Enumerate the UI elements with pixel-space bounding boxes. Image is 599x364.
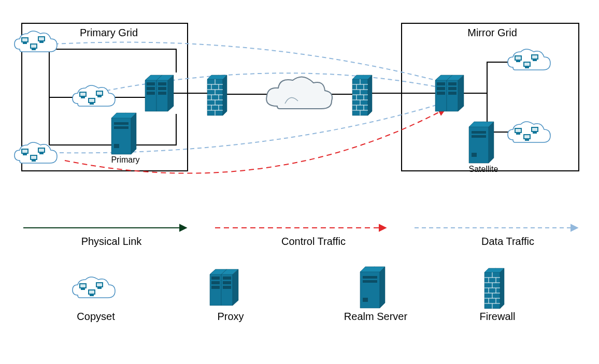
mirror-grid-title: Mirror Grid (451, 27, 534, 39)
legend-copyset-icon (73, 277, 115, 298)
realm-server-icon (111, 113, 136, 154)
satellite-server-label: Satellite (463, 165, 504, 174)
legend-data-traffic-label: Data Traffic (456, 236, 560, 247)
copyset-icon (508, 49, 550, 70)
realm-server-icon (469, 122, 494, 163)
copyset-icon (73, 85, 115, 106)
copyset-icon (508, 122, 550, 142)
legend-copyset-label: Copyset (65, 311, 127, 323)
proxy-icon (145, 75, 174, 111)
legend-proxy-icon (210, 269, 238, 305)
primary-server-label: Primary (105, 155, 146, 165)
network-diagram: Primary Grid Mirror Grid Primary Satelli… (0, 0, 599, 364)
legend-physical-link-label: Physical Link (60, 236, 163, 247)
firewall-icon (207, 75, 227, 115)
legend-proxy-label: Proxy (205, 311, 256, 323)
cloud-icon (266, 77, 332, 109)
legend-control-traffic-label: Control Traffic (262, 236, 365, 247)
legend-firewall-label: Firewall (472, 311, 523, 323)
copyset-icon (15, 31, 57, 52)
primary-grid-title: Primary Grid (67, 27, 150, 39)
legend-realm-label: Realm Server (334, 311, 417, 323)
legend-firewall-icon (484, 268, 504, 309)
firewall-icon (352, 75, 372, 115)
legend-realm-icon (360, 267, 385, 308)
proxy-icon (435, 75, 464, 111)
